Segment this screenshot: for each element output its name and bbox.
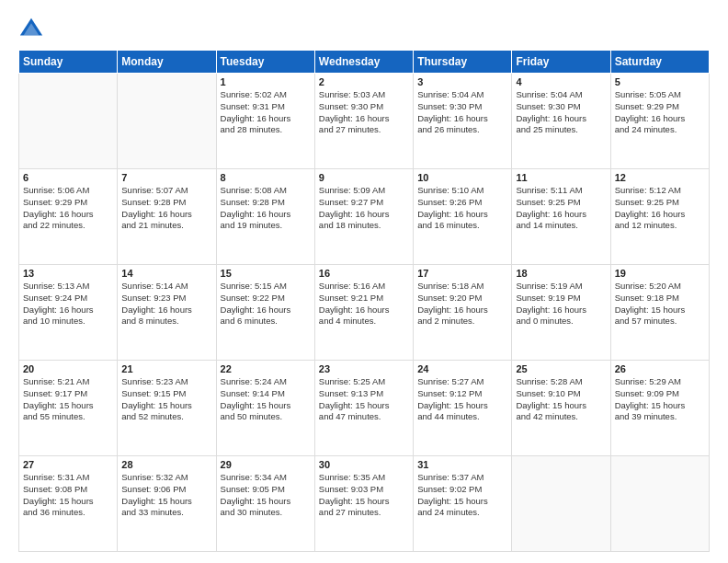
cell-daylight-info: Sunrise: 5:04 AM Sunset: 9:30 PM Dayligh…	[516, 89, 606, 136]
cell-daylight-info: Sunrise: 5:28 AM Sunset: 9:10 PM Dayligh…	[516, 376, 606, 423]
day-number: 3	[417, 76, 507, 87]
day-header: Thursday	[414, 51, 512, 74]
cell-daylight-info: Sunrise: 5:31 AM Sunset: 9:08 PM Dayligh…	[23, 472, 113, 519]
day-number: 5	[615, 76, 705, 87]
day-number: 1	[221, 76, 311, 87]
day-number: 2	[319, 76, 409, 87]
calendar-cell: 28Sunrise: 5:32 AM Sunset: 9:06 PM Dayli…	[118, 456, 216, 552]
day-number: 9	[319, 172, 409, 183]
cell-daylight-info: Sunrise: 5:10 AM Sunset: 9:26 PM Dayligh…	[417, 185, 507, 232]
logo	[18, 15, 48, 40]
calendar-cell: 26Sunrise: 5:29 AM Sunset: 9:09 PM Dayli…	[610, 361, 709, 456]
calendar-cell: 15Sunrise: 5:15 AM Sunset: 9:22 PM Dayli…	[216, 265, 314, 361]
cell-daylight-info: Sunrise: 5:27 AM Sunset: 9:12 PM Dayligh…	[417, 376, 507, 423]
calendar-cell: 5Sunrise: 5:05 AM Sunset: 9:29 PM Daylig…	[610, 74, 709, 169]
calendar-cell: 25Sunrise: 5:28 AM Sunset: 9:10 PM Dayli…	[512, 361, 610, 456]
calendar-cell: 8Sunrise: 5:08 AM Sunset: 9:28 PM Daylig…	[216, 169, 314, 265]
day-number: 17	[417, 268, 507, 279]
cell-daylight-info: Sunrise: 5:32 AM Sunset: 9:06 PM Dayligh…	[121, 472, 211, 519]
calendar-cell: 11Sunrise: 5:11 AM Sunset: 9:25 PM Dayli…	[512, 169, 610, 265]
calendar-cell: 14Sunrise: 5:14 AM Sunset: 9:23 PM Dayli…	[118, 265, 216, 361]
cell-daylight-info: Sunrise: 5:24 AM Sunset: 9:14 PM Dayligh…	[221, 376, 311, 423]
calendar-cell	[19, 74, 118, 169]
cell-daylight-info: Sunrise: 5:07 AM Sunset: 9:28 PM Dayligh…	[121, 185, 211, 232]
calendar-cell	[512, 456, 610, 552]
calendar-cell: 23Sunrise: 5:25 AM Sunset: 9:13 PM Dayli…	[314, 361, 413, 456]
day-number: 15	[221, 268, 311, 279]
day-header: Monday	[118, 51, 216, 74]
day-number: 10	[417, 172, 507, 183]
cell-daylight-info: Sunrise: 5:03 AM Sunset: 9:30 PM Dayligh…	[319, 89, 409, 136]
day-header: Friday	[512, 51, 610, 74]
calendar-cell: 22Sunrise: 5:24 AM Sunset: 9:14 PM Dayli…	[216, 361, 314, 456]
cell-daylight-info: Sunrise: 5:23 AM Sunset: 9:15 PM Dayligh…	[121, 376, 211, 423]
day-number: 4	[516, 76, 606, 87]
day-number: 6	[23, 172, 113, 183]
header	[18, 15, 710, 40]
calendar-cell: 10Sunrise: 5:10 AM Sunset: 9:26 PM Dayli…	[414, 169, 512, 265]
calendar-week-row: 13Sunrise: 5:13 AM Sunset: 9:24 PM Dayli…	[19, 265, 710, 361]
cell-daylight-info: Sunrise: 5:09 AM Sunset: 9:27 PM Dayligh…	[319, 185, 409, 232]
day-number: 8	[221, 172, 311, 183]
calendar-cell: 18Sunrise: 5:19 AM Sunset: 9:19 PM Dayli…	[512, 265, 610, 361]
day-number: 11	[516, 172, 606, 183]
cell-daylight-info: Sunrise: 5:04 AM Sunset: 9:30 PM Dayligh…	[417, 89, 507, 136]
day-number: 7	[121, 172, 211, 183]
day-header: Tuesday	[216, 51, 314, 74]
calendar-cell: 2Sunrise: 5:03 AM Sunset: 9:30 PM Daylig…	[314, 74, 413, 169]
calendar-cell: 1Sunrise: 5:02 AM Sunset: 9:31 PM Daylig…	[216, 74, 314, 169]
day-number: 20	[23, 363, 113, 374]
day-number: 24	[417, 363, 507, 374]
day-number: 26	[615, 363, 705, 374]
cell-daylight-info: Sunrise: 5:25 AM Sunset: 9:13 PM Dayligh…	[319, 376, 409, 423]
day-number: 16	[319, 268, 409, 279]
calendar-cell: 9Sunrise: 5:09 AM Sunset: 9:27 PM Daylig…	[314, 169, 413, 265]
logo-icon	[18, 15, 44, 40]
cell-daylight-info: Sunrise: 5:20 AM Sunset: 9:18 PM Dayligh…	[615, 281, 705, 327]
calendar-week-row: 20Sunrise: 5:21 AM Sunset: 9:17 PM Dayli…	[19, 361, 710, 456]
day-number: 13	[23, 268, 113, 279]
day-number: 14	[121, 268, 211, 279]
cell-daylight-info: Sunrise: 5:16 AM Sunset: 9:21 PM Dayligh…	[319, 281, 409, 327]
calendar-cell: 3Sunrise: 5:04 AM Sunset: 9:30 PM Daylig…	[414, 74, 512, 169]
cell-daylight-info: Sunrise: 5:34 AM Sunset: 9:05 PM Dayligh…	[221, 472, 311, 519]
cell-daylight-info: Sunrise: 5:13 AM Sunset: 9:24 PM Dayligh…	[23, 281, 113, 327]
cell-daylight-info: Sunrise: 5:35 AM Sunset: 9:03 PM Dayligh…	[319, 472, 409, 519]
day-header: Sunday	[19, 51, 118, 74]
day-number: 12	[615, 172, 705, 183]
page: SundayMondayTuesdayWednesdayThursdayFrid…	[0, 0, 728, 563]
calendar-cell: 7Sunrise: 5:07 AM Sunset: 9:28 PM Daylig…	[118, 169, 216, 265]
calendar-cell: 4Sunrise: 5:04 AM Sunset: 9:30 PM Daylig…	[512, 74, 610, 169]
calendar-cell: 12Sunrise: 5:12 AM Sunset: 9:25 PM Dayli…	[610, 169, 709, 265]
calendar-cell: 20Sunrise: 5:21 AM Sunset: 9:17 PM Dayli…	[19, 361, 118, 456]
cell-daylight-info: Sunrise: 5:37 AM Sunset: 9:02 PM Dayligh…	[417, 472, 507, 519]
day-number: 18	[516, 268, 606, 279]
day-number: 23	[319, 363, 409, 374]
cell-daylight-info: Sunrise: 5:29 AM Sunset: 9:09 PM Dayligh…	[615, 376, 705, 423]
calendar-week-row: 6Sunrise: 5:06 AM Sunset: 9:29 PM Daylig…	[19, 169, 710, 265]
calendar-cell	[118, 74, 216, 169]
calendar-cell: 29Sunrise: 5:34 AM Sunset: 9:05 PM Dayli…	[216, 456, 314, 552]
calendar-week-row: 1Sunrise: 5:02 AM Sunset: 9:31 PM Daylig…	[19, 74, 710, 169]
cell-daylight-info: Sunrise: 5:12 AM Sunset: 9:25 PM Dayligh…	[615, 185, 705, 232]
calendar-cell: 24Sunrise: 5:27 AM Sunset: 9:12 PM Dayli…	[414, 361, 512, 456]
day-number: 22	[221, 363, 311, 374]
day-number: 29	[221, 459, 311, 470]
cell-daylight-info: Sunrise: 5:18 AM Sunset: 9:20 PM Dayligh…	[417, 281, 507, 327]
calendar-week-row: 27Sunrise: 5:31 AM Sunset: 9:08 PM Dayli…	[19, 456, 710, 552]
cell-daylight-info: Sunrise: 5:02 AM Sunset: 9:31 PM Dayligh…	[221, 89, 311, 136]
calendar-cell: 19Sunrise: 5:20 AM Sunset: 9:18 PM Dayli…	[610, 265, 709, 361]
calendar-cell: 13Sunrise: 5:13 AM Sunset: 9:24 PM Dayli…	[19, 265, 118, 361]
day-number: 21	[121, 363, 211, 374]
calendar-cell: 16Sunrise: 5:16 AM Sunset: 9:21 PM Dayli…	[314, 265, 413, 361]
calendar-cell: 17Sunrise: 5:18 AM Sunset: 9:20 PM Dayli…	[414, 265, 512, 361]
calendar-table: SundayMondayTuesdayWednesdayThursdayFrid…	[18, 50, 710, 552]
day-number: 30	[319, 459, 409, 470]
day-number: 27	[23, 459, 113, 470]
day-header: Wednesday	[314, 51, 413, 74]
calendar-cell: 21Sunrise: 5:23 AM Sunset: 9:15 PM Dayli…	[118, 361, 216, 456]
day-number: 19	[615, 268, 705, 279]
calendar-cell: 31Sunrise: 5:37 AM Sunset: 9:02 PM Dayli…	[414, 456, 512, 552]
cell-daylight-info: Sunrise: 5:14 AM Sunset: 9:23 PM Dayligh…	[121, 281, 211, 327]
day-number: 31	[417, 459, 507, 470]
